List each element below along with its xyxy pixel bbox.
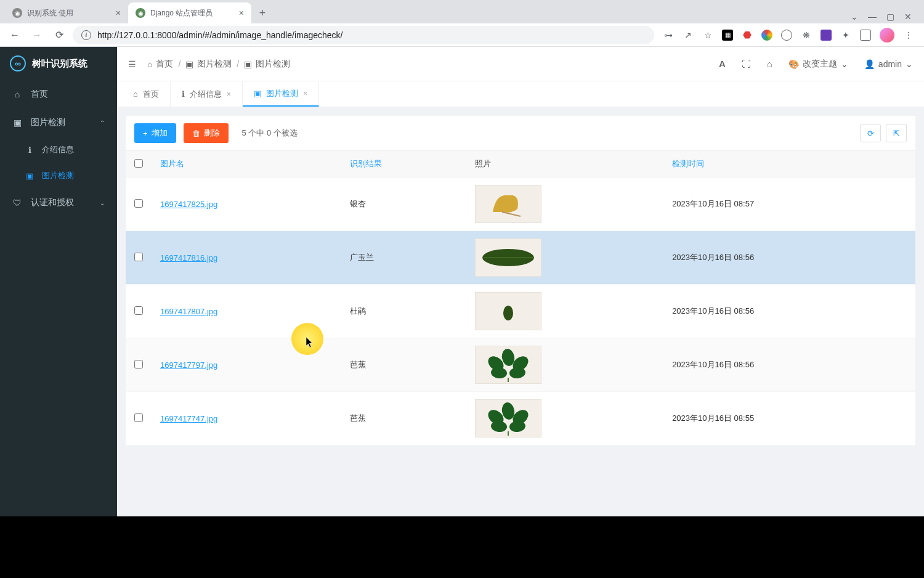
close-icon[interactable]: × [227,90,231,99]
sidebar-sub-detect[interactable]: ▣ 图片检测 [0,163,117,189]
table-row: 1697417816.jpg 广玉兰 2023年10月16日 08:56 [126,231,915,285]
home-icon: ⌂ [133,89,138,99]
close-window-icon[interactable]: ✕ [904,12,912,22]
thumbnail[interactable] [475,292,541,330]
row-checkbox[interactable] [134,360,143,368]
result-cell: 芭蕉 [341,338,466,392]
extensions-icon[interactable]: ✦ [840,30,851,41]
address-bar: ← → ⟳ i http://127.0.0.1:8000/admin/#/ad… [0,23,924,47]
time-cell: 2023年10月16日 08:57 [663,177,915,231]
profile-avatar[interactable] [880,28,894,43]
breadcrumb-home[interactable]: ⌂ 首页 [147,59,173,70]
side-panel-icon[interactable] [860,30,871,41]
ext-icon-1[interactable]: ▦ [722,30,733,41]
font-icon[interactable]: A [719,59,726,69]
maximize-icon[interactable]: ▢ [886,12,894,22]
tab-home[interactable]: ⌂ 首页 [122,81,171,107]
expand-button[interactable]: ⇱ [886,124,907,142]
shield-icon: 🛡 [12,198,22,208]
table-row: 1697417807.jpg 杜鹃 2023年10月16日 08:56 [126,285,915,338]
table-row: 1697417747.jpg 芭蕉 2023年10月16日 08:55 [126,392,915,446]
delete-button[interactable]: 🗑 删除 [184,123,229,143]
key-icon[interactable]: ⊶ [663,30,674,41]
image-name-link[interactable]: 1697417807.jpg [160,307,217,316]
ext-icon-5[interactable]: ❋ [801,30,812,41]
camera-icon: ▣ [185,59,193,69]
breadcrumb: ⌂ 首页 / ▣ 图片检测 / ▣ 图片检测 [147,59,290,70]
menu-icon[interactable]: ⋮ [903,30,914,41]
row-checkbox[interactable] [134,199,143,208]
close-icon[interactable]: × [239,8,244,18]
thumbnail[interactable] [475,346,541,384]
sidebar-item-home[interactable]: ⌂ 首页 [0,80,117,108]
hamburger-icon[interactable]: ☰ [128,59,136,69]
add-button[interactable]: + 增加 [134,123,176,143]
image-name-link[interactable]: 1697417797.jpg [160,360,217,370]
fullscreen-icon[interactable]: ⛶ [742,59,751,69]
crumb-sep: / [237,59,239,69]
new-tab-button[interactable]: + [254,4,271,22]
sidebar-item-detect[interactable]: ▣ 图片检测 ⌃ [0,108,117,137]
sidebar-label-detect: 图片检测 [31,117,65,128]
sidebar-label-home: 首页 [31,89,48,100]
breadcrumb-current: ▣ 图片检测 [244,59,290,70]
result-cell: 杜鹃 [341,285,466,338]
row-checkbox[interactable] [134,413,143,422]
home-icon: ⌂ [12,89,22,99]
user-menu[interactable]: 👤 admin ⌄ [864,59,913,69]
info-icon: ℹ [25,145,34,155]
ext-icon-6[interactable] [821,30,832,41]
tab-title-0: 识别系统 使用 [27,8,73,18]
result-cell: 广玉兰 [341,231,466,285]
select-all-checkbox[interactable] [134,159,143,168]
image-name-link[interactable]: 1697417816.jpg [160,253,217,263]
camera-icon: ▣ [244,59,252,69]
palette-icon: 🎨 [788,59,799,69]
chevron-down-icon: ⌄ [841,59,848,69]
home-icon[interactable]: ⌂ [767,59,772,69]
breadcrumb-mid[interactable]: ▣ 图片检测 [185,59,232,70]
crumb-sep: / [178,59,180,69]
tab-detect[interactable]: ▣ 图片检测 × [243,81,319,107]
ext-icon-4[interactable] [781,30,792,41]
ext-icon-2[interactable]: ⬣ [742,30,753,41]
col-photo: 照片 [466,151,663,177]
close-icon[interactable]: × [303,89,307,98]
back-button[interactable]: ← [6,26,23,44]
thumbnail[interactable] [475,238,541,277]
browser-tab-0[interactable]: ◉ 识别系统 使用 × [5,2,128,23]
sidebar-sub-intro[interactable]: ℹ 介绍信息 [0,137,117,163]
image-name-link[interactable]: 1697417825.jpg [160,200,217,209]
reload-button[interactable]: ⟳ [51,26,68,44]
site-info-icon[interactable]: i [81,30,91,40]
ext-icon-3[interactable] [761,30,772,41]
star-icon[interactable]: ☆ [702,30,713,41]
sidebar-item-auth[interactable]: 🛡 认证和授权 ⌄ [0,189,117,217]
col-result[interactable]: 识别结果 [341,151,466,177]
brand: ∞ 树叶识别系统 [0,47,117,80]
sidebar: ∞ 树叶识别系统 ⌂ 首页 ▣ 图片检测 ⌃ ℹ 介绍信息 ▣ 图片检测 🛡 认… [0,47,117,516]
minimize-icon[interactable]: — [868,12,877,22]
forward-button[interactable]: → [28,26,46,44]
time-cell: 2023年10月16日 08:56 [663,338,915,392]
col-time[interactable]: 检测时间 [663,151,915,177]
svg-point-1 [503,306,513,320]
chevron-down-icon: ⌄ [906,59,913,69]
refresh-button[interactable]: ⟳ [860,124,881,142]
data-table: 图片名 识别结果 照片 检测时间 1697417825.jpg 银杏 2023年… [126,150,915,446]
col-name[interactable]: 图片名 [152,151,341,177]
theme-button[interactable]: 🎨 改变主题 ⌄ [788,59,848,70]
row-checkbox[interactable] [134,253,143,261]
row-checkbox[interactable] [134,306,143,315]
tab-intro[interactable]: ℹ 介绍信息 × [171,81,243,107]
chevron-down-icon[interactable]: ⌄ [851,12,858,22]
tab-title-1: Django 站点管理员 [150,8,213,18]
url-input[interactable]: i http://127.0.0.1:8000/admin/#/admin/im… [73,26,654,44]
thumbnail[interactable] [475,399,541,438]
close-icon[interactable]: × [116,8,121,18]
browser-tab-1[interactable]: ◉ Django 站点管理员 × [128,2,251,23]
thumbnail[interactable] [475,185,541,223]
time-cell: 2023年10月16日 08:56 [663,231,915,285]
image-name-link[interactable]: 1697417747.jpg [160,414,217,423]
share-icon[interactable]: ↗ [683,30,694,41]
